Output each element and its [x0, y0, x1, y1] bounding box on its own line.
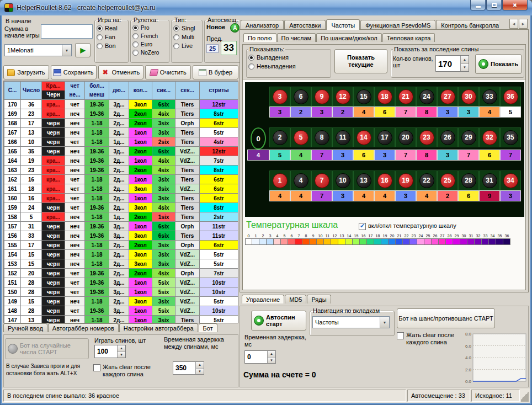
resize-grip[interactable]: [521, 390, 529, 402]
spins-table-container[interactable]: С...ЧислоКра...Чернчетне...бол...меншдю.…: [3, 81, 238, 323]
field-count-1: 4: [269, 190, 290, 201]
clipboard-button[interactable]: В буфер: [193, 65, 238, 79]
spin-delay-spinner[interactable]: 350 ▲▼: [173, 361, 204, 375]
autospin-start-button[interactable]: Автоспин старт: [251, 311, 306, 331]
titlebar[interactable]: HelperRoullet 8.62 - create helperroulle…: [0, 0, 532, 15]
field-number-cell-10: 10: [332, 170, 353, 190]
radio-option-Multi[interactable]: Multi: [173, 33, 200, 41]
tab-Анализатор[interactable]: Анализатор: [241, 20, 284, 30]
eraser-icon: [149, 69, 158, 76]
spin-up-icon[interactable]: ▲: [196, 362, 204, 369]
tab-Тепловая карта[interactable]: Тепловая карта: [382, 33, 435, 42]
start-sum-input[interactable]: [41, 24, 93, 39]
spin-delay-value[interactable]: 350: [173, 362, 195, 374]
table-row: 16323кра...неч19-362д...2кол4sixTiers8st…: [4, 166, 238, 175]
play-spins-value[interactable]: 100: [95, 345, 117, 358]
tab-Ряды[interactable]: Ряды: [307, 295, 331, 303]
radio-option-Fan[interactable]: Fan: [97, 33, 126, 41]
show-current-button[interactable]: Показать текущие: [334, 49, 387, 73]
table-cell: чет: [65, 306, 85, 316]
tab-MD5[interactable]: MD5: [285, 295, 306, 303]
spins-count-spinner[interactable]: 170 ▲▼: [435, 55, 469, 72]
scale-number: 27: [439, 233, 446, 238]
radio-option-Singl[interactable]: Singl: [173, 24, 200, 33]
group-roulette: Рулетка: ProFrenchEuroNoZero: [130, 17, 169, 63]
table-cell: черн: [42, 203, 65, 212]
number-circle-15: 15: [357, 89, 371, 104]
radio-option-Pro[interactable]: Pro: [132, 24, 167, 32]
chance-bot-start-button[interactable]: Бот на шанс/противошанс СТАРТ: [397, 308, 495, 328]
save-button[interactable]: Сохранить: [51, 65, 97, 79]
table-cell: 155: [4, 241, 21, 250]
table-cell: 168: [4, 119, 21, 128]
play-button[interactable]: ▶: [75, 43, 91, 57]
spins-count-value[interactable]: 170: [436, 56, 460, 71]
tab-Управление[interactable]: Управление: [242, 295, 284, 303]
radio-option-Live[interactable]: Live: [173, 41, 200, 50]
spin-down-icon[interactable]: ▼: [268, 358, 275, 364]
table-cell: кра...: [42, 184, 65, 194]
field-count-17: 3: [374, 150, 395, 161]
scale-cell-30: 30: [460, 233, 467, 245]
tab-Ручной ввод[interactable]: Ручной ввод: [3, 323, 47, 332]
table-row: 15633черннеч19-363д...3кол6sixTiers11str: [4, 231, 238, 241]
table-cell: 10: [21, 137, 42, 147]
tab-Автоставки[interactable]: Автоставки: [284, 20, 326, 30]
tab-Бот[interactable]: Бот: [199, 323, 217, 332]
spin-up-icon[interactable]: ▲: [268, 351, 275, 358]
table-cell: 2д...: [109, 119, 129, 128]
tab-scroll-right-button[interactable]: ▸: [519, 19, 528, 29]
field-count-9: 3: [311, 106, 332, 118]
radio-option-Невыпадения[interactable]: Невыпадения: [248, 62, 329, 71]
eraser-button[interactable]: Очистить: [145, 65, 191, 79]
chevron-down-icon[interactable]: ▼: [62, 45, 71, 56]
table-cell: 3six: [152, 175, 175, 184]
scale-number: 25: [424, 233, 432, 238]
table-row: 15731черннеч19-363д...1кол6sixOrph11str: [4, 222, 238, 231]
table-cell: 2д...: [109, 156, 129, 166]
table-cell: 15: [21, 297, 42, 306]
spin-up-icon[interactable]: ▲: [461, 56, 469, 64]
label-start-sum: Сумма в начале игры: [4, 25, 41, 39]
preset-combobox[interactable]: 1Melonati ▼: [4, 44, 72, 56]
tab-По шансам/дюж/кол[interactable]: По шансам/дюж/кол: [316, 33, 382, 42]
radio-option-Real[interactable]: Real: [97, 24, 126, 33]
cancel-button[interactable]: Отменить: [98, 65, 144, 79]
radio-option-NoZero[interactable]: NoZero: [132, 49, 167, 57]
play-spins-spinner[interactable]: 100 ▲▼: [94, 345, 126, 358]
close-button[interactable]: ✖: [502, 0, 528, 10]
field-band-2: 02581114172023262932354547363783767: [247, 127, 524, 161]
scale-number: 31: [467, 233, 475, 238]
spin-up-icon[interactable]: ▲: [118, 345, 125, 352]
tab-Функционал PsevdoMS[interactable]: Функционал PsevdoMS: [360, 20, 435, 30]
folder-button[interactable]: Загрузить: [3, 65, 49, 79]
clear-after-spin-checkbox[interactable]: Жать clear после каждого спина: [93, 364, 164, 378]
table-row: 16419кра...неч19-362д...1кол4sixVdZ...7s…: [4, 156, 238, 166]
scale-cell-32: 32: [475, 233, 482, 245]
radio-option-Euro[interactable]: Euro: [132, 40, 167, 49]
minimize-button[interactable]: [470, 0, 486, 10]
tab-scroll-left-button[interactable]: ◂: [509, 19, 518, 29]
radio-option-French[interactable]: French: [132, 32, 167, 40]
tab-Частоты[interactable]: Частоты: [326, 19, 360, 30]
chevron-down-icon[interactable]: ▼: [380, 317, 389, 328]
random-numbers-bot-button[interactable]: Бот на случайные числа СТАРТ: [5, 338, 89, 359]
delay-value[interactable]: 0: [245, 351, 267, 363]
table-row: 16713черннеч1-182д...1кол3sixTiers5str: [4, 128, 238, 137]
tab-По числам[interactable]: По числам: [277, 33, 316, 42]
play-spins-label: Играть спинов, шт: [94, 337, 146, 344]
tab-Настройки автограббера[interactable]: Настройки автограббера: [119, 323, 198, 332]
tab-navigation-combobox[interactable]: Частоты ▼: [312, 316, 390, 328]
tab-По полю[interactable]: По полю: [243, 33, 276, 42]
radio-option-Выпадения[interactable]: Выпадения: [248, 53, 329, 62]
maximize-button[interactable]: [486, 0, 502, 10]
tab-Автограббер номеров[interactable]: Автограббер номеров: [48, 323, 119, 332]
spin-down-icon[interactable]: ▼: [196, 369, 204, 375]
temperature-scale-checkbox[interactable]: вкл/откл температурную шкалу: [359, 222, 456, 230]
spin-down-icon[interactable]: ▼: [461, 64, 469, 72]
show-button[interactable]: Показать: [475, 54, 522, 74]
tab-Контроль банкролла[interactable]: Контроль банкролла: [436, 20, 499, 30]
spin-down-icon[interactable]: ▼: [118, 352, 125, 358]
delay-spinner[interactable]: 0 ▲▼: [244, 350, 276, 364]
radio-option-Bon[interactable]: Bon: [97, 41, 126, 50]
